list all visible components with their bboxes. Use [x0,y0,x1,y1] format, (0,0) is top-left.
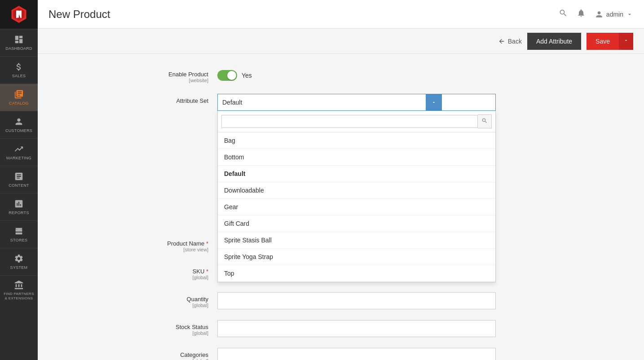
quantity-input[interactable] [217,292,496,309]
categories-input[interactable] [217,348,496,360]
dropdown-option-gear[interactable]: Gear [218,199,495,215]
save-dropdown-chevron-icon [623,38,629,43]
enable-product-label-group: Enable Product [website] [119,67,217,83]
dropdown-option-bottom[interactable]: Bottom [218,149,495,166]
sidebar-item-label-catalog: CATALOG [9,101,29,105]
sidebar-item-marketing[interactable]: MARKETING [0,138,38,166]
enable-product-sublabel: [website] [119,78,208,83]
user-menu[interactable]: admin [595,10,633,19]
sidebar-item-label-customers: CUSTOMERS [5,128,32,133]
stock-status-group: Stock Status [global] [119,320,633,337]
toolbar: Back Add Attribute Save [38,29,644,54]
page-header: New Product admin [38,0,644,29]
back-arrow-icon [498,38,505,45]
stock-status-label: Stock Status [119,324,208,330]
dropdown-option-gift-card[interactable]: Gift Card [218,215,495,232]
dropdown-search-icon-svg [481,118,488,124]
enable-product-label: Enable Product [119,71,208,78]
sidebar-item-label-content: CONTENT [9,183,29,188]
quantity-label-group: Quantity [global] [119,292,217,308]
dropdown-search-area [218,111,495,132]
sidebar-logo [0,0,38,29]
back-button[interactable]: Back [498,38,522,45]
search-icon[interactable] [559,9,568,20]
dropdown-search-input[interactable] [221,115,478,128]
quantity-control [217,292,442,309]
categories-group: Categories [global] [119,348,633,360]
product-name-label: Product Name [119,240,208,247]
main-area: New Product admin Back Add Attribute [38,0,644,360]
stock-status-input[interactable] [217,320,496,337]
attribute-set-chevron-icon [431,100,437,105]
attribute-set-label: Attribute Set [119,97,208,104]
sidebar-item-label-partners: FIND PARTNERS & EXTENSIONS [3,292,35,300]
dropdown-search-button[interactable] [478,114,492,128]
sku-label-group: SKU [global] [119,264,217,280]
back-label: Back [508,38,522,45]
enable-product-control: Yes [217,67,442,81]
categories-label-group: Categories [global] [119,348,217,360]
enable-product-group: Enable Product [website] Yes [119,67,633,83]
enable-product-toggle[interactable] [217,70,237,81]
notification-bell-icon[interactable] [577,9,586,20]
sidebar-item-label-reports: REPORTS [9,211,29,215]
stores-icon [14,226,24,236]
sku-label: SKU [119,268,208,275]
sales-icon [14,62,24,72]
dropdown-option-top[interactable]: Top [218,265,495,282]
stock-status-sublabel: [global] [119,330,208,336]
content-icon [14,171,24,181]
sidebar-item-label-dashboard: DASHBOARD [5,46,32,51]
dashboard-icon [14,35,24,44]
sidebar-item-label-system: SYSTEM [10,265,28,270]
enable-product-value: Yes [242,72,252,79]
quantity-group: Quantity [global] [119,292,633,309]
sidebar-item-stores[interactable]: STORES [0,220,38,248]
quantity-sublabel: [global] [119,303,208,308]
add-attribute-label: Add Attribute [536,38,572,45]
sidebar-item-customers[interactable]: CUSTOMERS [0,111,38,138]
attribute-set-toggle-button[interactable] [426,94,442,111]
save-button[interactable]: Save [587,33,619,50]
dropdown-option-default[interactable]: Default [218,166,495,182]
save-label: Save [595,38,610,45]
sidebar-item-catalog[interactable]: CATALOG [0,83,38,111]
header-actions: admin [559,9,633,20]
categories-label: Categories [119,351,208,358]
attribute-set-label-group: Attribute Set [119,94,217,104]
categories-sublabel: [global] [119,358,208,360]
add-attribute-button[interactable]: Add Attribute [527,33,581,50]
customers-icon [14,117,24,127]
sidebar-item-reports[interactable]: REPORTS [0,193,38,220]
attribute-set-input[interactable] [217,94,496,111]
user-avatar-icon [595,10,604,19]
system-icon [14,254,24,263]
dropdown-option-downloadable[interactable]: Downloadable [218,182,495,199]
catalog-icon [14,89,24,99]
sidebar-item-label-sales: SALES [12,74,26,78]
product-name-label-group: Product Name [store view] [119,237,217,252]
dropdown-option-sprite-yoga-strap[interactable]: Sprite Yoga Strap [218,249,495,265]
dropdown-option-sprite-stasis-ball[interactable]: Sprite Stasis Ball [218,232,495,249]
save-dropdown-button[interactable] [619,33,633,50]
content-area: Enable Product [website] Yes Attribute S… [38,54,644,360]
save-button-group: Save [587,33,633,50]
dropdown-option-bag[interactable]: Bag [218,132,495,149]
stock-status-label-group: Stock Status [global] [119,320,217,336]
reports-icon [14,199,24,209]
sidebar-item-sales[interactable]: SALES [0,56,38,83]
sidebar-item-label-stores: STORES [10,238,28,242]
attribute-set-dropdown: Bag Bottom Default Downloadable Gear Gif… [217,111,496,282]
sidebar: DASHBOARD SALES CATALOG CUSTOMERS MARKET… [0,0,38,360]
sidebar-item-partners[interactable]: FIND PARTNERS & EXTENSIONS [0,275,38,305]
attribute-set-group: Attribute Set Bag Bottom [119,94,633,111]
page-title: New Product [49,8,559,21]
magento-logo-icon [10,6,27,23]
sidebar-item-dashboard[interactable]: DASHBOARD [0,29,38,56]
marketing-icon [14,144,24,154]
sku-sublabel: [global] [119,275,208,280]
partners-icon [14,280,24,290]
quantity-label: Quantity [119,296,208,303]
sidebar-item-system[interactable]: SYSTEM [0,248,38,275]
sidebar-item-content[interactable]: CONTENT [0,166,38,193]
